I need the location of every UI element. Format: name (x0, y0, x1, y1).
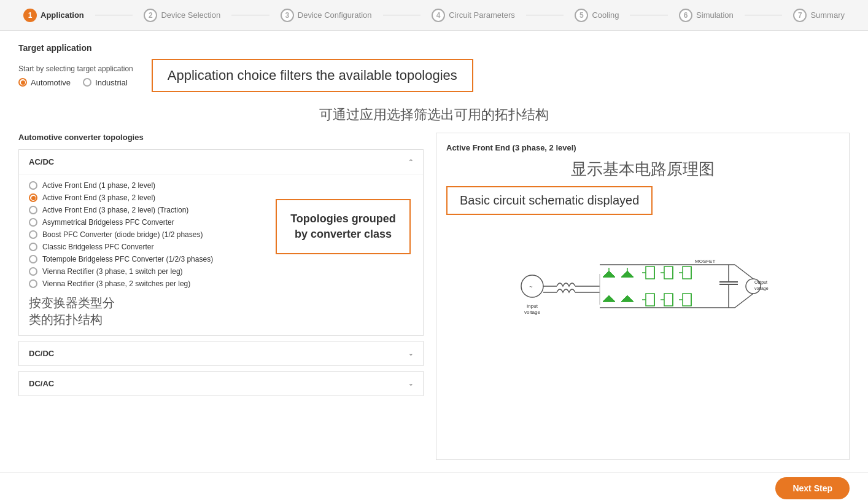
topology-group-dcdc: DC/DC ⌄ (18, 341, 424, 366)
radio-acdc-1 (29, 193, 37, 202)
radio-circle-industrial (83, 78, 91, 87)
circuit-annotation-box: Basic circuit schematic displayed (446, 186, 653, 215)
topology-group-acdc-body: Active Front End (1 phase, 2 level) Acti… (19, 174, 423, 335)
topology-label-vienna2: Vienna Rectifier (3 phase, 2 switches pe… (42, 279, 190, 288)
radio-acdc-0 (29, 181, 37, 190)
radio-industrial[interactable]: Industrial (83, 78, 128, 87)
radio-acdc-3 (29, 218, 37, 227)
topology-item-vienna1[interactable]: Vienna Rectifier (3 phase, 1 switch per … (29, 265, 413, 278)
svg-marker-9 (603, 271, 615, 277)
step-label-device-selection: Device Selection (161, 10, 220, 20)
step-number-7: 7 (793, 9, 807, 22)
step-summary[interactable]: 7 Summary (782, 9, 856, 22)
step-number-1: 1 (23, 9, 37, 22)
radio-label-industrial: Industrial (95, 78, 128, 87)
radio-label-automotive: Automotive (31, 78, 71, 87)
radio-acdc-8 (29, 279, 37, 288)
svg-text:Input: Input (527, 303, 538, 309)
step-device-selection[interactable]: 2 Device Selection (133, 9, 231, 22)
step-application[interactable]: 1 Application (12, 9, 95, 22)
radio-acdc-4 (29, 230, 37, 239)
svg-rect-22 (664, 267, 673, 279)
next-step-button[interactable]: Next Step (775, 477, 850, 499)
step-simulation[interactable]: 6 Simulation (668, 9, 745, 22)
svg-text:Output: Output (754, 280, 767, 285)
svg-rect-34 (683, 294, 691, 306)
step-number-3: 3 (281, 9, 294, 22)
step-label-simulation: Simulation (696, 10, 734, 20)
step-cooling[interactable]: 5 Cooling (564, 9, 630, 22)
step-divider-1 (95, 15, 133, 15)
left-panel-heading: Automotive converter topologies (18, 133, 424, 142)
step-label-circuit-params: Circuit Parameters (449, 10, 515, 20)
step-divider-4 (526, 15, 564, 15)
target-app-title: Target application (18, 43, 850, 53)
chevron-up-icon: ⌃ (408, 158, 413, 165)
radio-inner-automotive (21, 80, 25, 85)
topology-item-afe1[interactable]: Active Front End (1 phase, 2 level) (29, 179, 413, 192)
left-panel: Automotive converter topologies AC/DC ⌃ … (18, 133, 424, 460)
bottom-bar: Next Step (0, 472, 868, 503)
svg-text:voltage: voltage (524, 310, 540, 315)
main-annotation-box: Application choice filters the available… (152, 59, 473, 92)
svg-rect-28 (646, 294, 654, 306)
topology-label-boost: Boost PFC Converter (diode bridge) (1/2 … (42, 230, 203, 239)
svg-text:voltage: voltage (754, 286, 769, 291)
radio-acdc-5 (29, 243, 37, 251)
right-panel-title: Active Front End (3 phase, 2 level) (446, 143, 839, 152)
step-number-6: 6 (679, 9, 692, 22)
chevron-down-icon-dcac: ⌄ (408, 380, 413, 387)
radio-group-application: Automotive Industrial (18, 78, 133, 87)
topology-label-vienna1: Vienna Rectifier (3 phase, 1 switch per … (42, 267, 183, 276)
radio-acdc-6 (29, 255, 37, 263)
svg-marker-17 (621, 295, 634, 302)
step-divider-6 (745, 15, 783, 15)
svg-line-46 (735, 265, 753, 279)
topology-group-dcac: DC/AC ⌄ (18, 371, 424, 396)
step-device-config[interactable]: 3 Device Configuration (269, 9, 383, 22)
topology-group-acdc-label: AC/DC (29, 157, 54, 166)
topology-group-dcac-label: DC/AC (29, 379, 54, 388)
svg-rect-31 (664, 294, 673, 306)
radio-automotive[interactable]: Automotive (18, 78, 71, 87)
svg-rect-25 (683, 267, 691, 279)
topology-group-acdc-header[interactable]: AC/DC ⌃ (19, 150, 423, 174)
topology-chinese-annotation: 按变换器类型分类的拓扑结构 (29, 295, 413, 328)
topology-group-dcdc-label: DC/DC (29, 349, 54, 358)
target-app-subtitle: Start by selecting target application (18, 64, 133, 73)
step-number-2: 2 (144, 9, 157, 22)
topology-group-dcdc-header[interactable]: DC/DC ⌄ (19, 341, 423, 365)
topology-item-totempole[interactable]: Totempole Bridgeless PFC Converter (1/2/… (29, 253, 413, 265)
target-app-section: Target application Start by selecting ta… (18, 43, 850, 92)
step-label-device-config: Device Configuration (298, 10, 372, 20)
radio-inner-afe3 (31, 196, 36, 200)
radio-acdc-7 (29, 267, 37, 276)
radio-circle-automotive (18, 78, 27, 87)
circuit-diagram-area: ~ Input voltage (446, 225, 839, 348)
svg-text:MOSFET: MOSFET (695, 259, 715, 264)
step-divider-3 (383, 15, 421, 15)
step-label-summary: Summary (810, 10, 845, 20)
circuit-schematic-svg: ~ Input voltage (514, 225, 772, 348)
svg-text:~: ~ (529, 284, 532, 290)
step-divider-5 (630, 15, 668, 15)
circuit-annotation-text: Basic circuit schematic displayed (460, 193, 639, 207)
topology-group-dcac-header[interactable]: DC/AC ⌄ (19, 372, 423, 396)
svg-marker-12 (621, 271, 634, 277)
topology-annotation-box: Topologies grouped by converter class (276, 199, 411, 254)
topology-label-afe1: Active Front End (1 phase, 2 level) (42, 181, 155, 190)
step-divider-2 (231, 15, 269, 15)
svg-rect-19 (646, 267, 654, 279)
main-annotation-text: Application choice filters the available… (168, 68, 457, 83)
topology-item-vienna2[interactable]: Vienna Rectifier (3 phase, 2 switches pe… (29, 278, 413, 290)
svg-line-47 (735, 294, 753, 308)
content-row: Automotive converter topologies AC/DC ⌃ … (18, 133, 850, 460)
chevron-down-icon-dcdc: ⌄ (408, 350, 413, 357)
stepper: 1 Application 2 Device Selection 3 Devic… (0, 0, 868, 31)
step-circuit-params[interactable]: 4 Circuit Parameters (420, 9, 526, 22)
topology-label-classic: Classic Bridgeless PFC Converter (42, 243, 153, 251)
main-content: Target application Start by selecting ta… (0, 31, 868, 472)
right-chinese-annotation: 显示基本电路原理图 (446, 158, 839, 180)
step-number-4: 4 (432, 9, 445, 22)
right-panel: Active Front End (3 phase, 2 level) 显示基本… (436, 133, 850, 460)
